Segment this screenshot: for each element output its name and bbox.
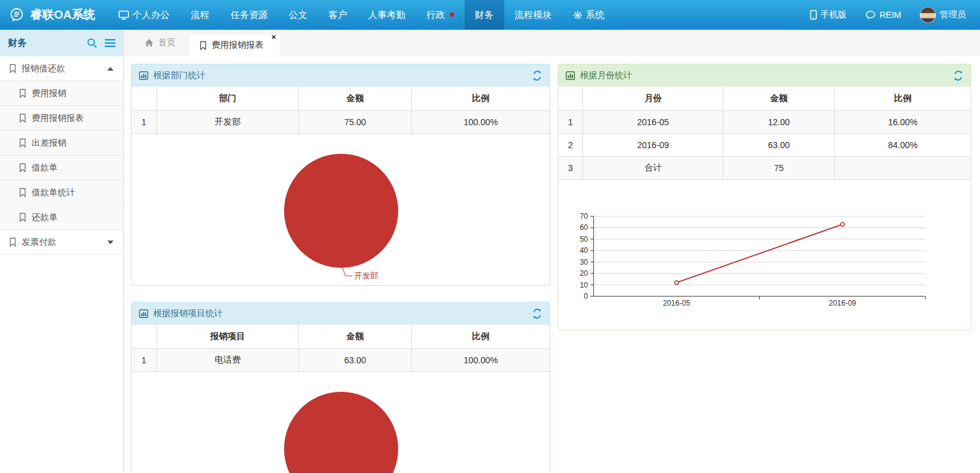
month-table: 月份金额比例12016-0512.0016.00%22016-0963.0084…: [558, 87, 971, 180]
nav-item-customers[interactable]: 客户: [318, 0, 358, 30]
nav-item-label: 个人办公: [133, 9, 170, 21]
panel-title: 根据部门统计: [153, 70, 205, 81]
nav-item-hr-attendance[interactable]: 人事考勤: [358, 0, 416, 30]
tab-expense-claim-report[interactable]: 费用报销报表×: [189, 35, 280, 56]
sidebar-item-repayment-form[interactable]: 还款单: [0, 205, 123, 230]
svg-text:30: 30: [580, 257, 589, 266]
nav-item-admin-user[interactable]: 管理员: [911, 0, 975, 30]
nav-item-label: 手机版: [821, 9, 847, 20]
sidebar-item-invoice-payment-group[interactable]: 发票付款: [0, 230, 123, 255]
main-nav: 个人办公流程任务资源公文客户人事考勤行政财务流程模块系统: [108, 0, 615, 30]
column-header: 报销项目: [156, 325, 298, 348]
sidebar-title: 财务: [8, 37, 27, 49]
column-header: 金额: [723, 87, 835, 110]
nav-item-documents[interactable]: 公文: [278, 0, 318, 30]
svg-text:70: 70: [580, 212, 589, 221]
table-header-row: 月份金额比例: [558, 87, 971, 110]
bookmark-icon: [19, 89, 27, 98]
nav-item-reim[interactable]: REIM: [856, 0, 911, 30]
menu-toggle-icon[interactable]: [105, 38, 115, 48]
sidebar-item-label: 发票付款: [22, 237, 56, 248]
sidebar-item-expense-loan-group[interactable]: 报销借还款: [0, 56, 123, 81]
table-cell: 100.00%: [412, 348, 550, 371]
sidebar-item-label: 借款单: [32, 162, 58, 174]
nav-item-personal-office[interactable]: 个人办公: [108, 0, 180, 30]
notification-dot: [450, 12, 454, 17]
month-line-chart: 0102030405060702016-052016-09: [558, 180, 971, 331]
table-cell: 12.00: [723, 110, 835, 133]
svg-text:0: 0: [584, 292, 588, 301]
table-cell: 2: [558, 133, 583, 156]
item-pie-chart: [131, 372, 550, 473]
refresh-icon[interactable]: [532, 309, 542, 319]
sidebar-item-loan-form[interactable]: 借款单: [0, 156, 123, 180]
nav-item-workflow-module[interactable]: 流程模块: [504, 0, 563, 30]
nav-item-label: 管理员: [940, 9, 966, 20]
nav-item-task-resource[interactable]: 任务资源: [220, 0, 278, 30]
table-cell: 100.00%: [412, 110, 550, 133]
bookmark-icon: [19, 138, 27, 148]
brand[interactable]: 睿联OA系统: [0, 0, 108, 30]
bookmark-icon: [19, 188, 27, 197]
dept-stats-table: 部门金额比例1开发部75.00100.00%: [131, 87, 550, 134]
user-avatar: [920, 7, 936, 23]
nav-item-mobile-version[interactable]: 手机版: [801, 0, 856, 30]
sidebar-item-expense-claim[interactable]: 费用报销: [0, 81, 123, 106]
nav-item-workflow[interactable]: 流程: [180, 0, 220, 30]
column-header: 比例: [835, 87, 971, 110]
table-cell: 3: [558, 156, 583, 179]
bar-chart-icon: [139, 71, 148, 80]
main-content: 首页费用报销报表× 根据部门统计: [125, 30, 980, 473]
desktop-icon: [118, 11, 129, 20]
nav-item-label: 公文: [289, 9, 308, 21]
table-row: 3合计75: [558, 156, 971, 179]
table-cell: 75.00: [299, 110, 412, 133]
table-cell: 63.00: [299, 348, 412, 371]
item-stats-table: 报销项目金额比例1电话费63.00100.00%: [131, 325, 550, 372]
sidebar-item-travel-claim[interactable]: 出差报销: [0, 131, 123, 156]
table-cell: 63.00: [723, 133, 835, 156]
tab-label: 费用报销报表: [212, 40, 264, 51]
table-row: 1电话费63.00100.00%: [131, 348, 550, 371]
bookmark-icon: [19, 213, 27, 222]
panels-area: 根据部门统计 部门金额比例1开发部75.00100.00% 开发部: [125, 56, 980, 473]
bookmark-icon: [19, 113, 27, 123]
nav-item-label: 客户: [329, 9, 347, 21]
sidebar-header: 财务: [0, 30, 123, 56]
sidebar-item-label: 费用报销: [32, 88, 66, 99]
table-cell: 1: [131, 110, 156, 133]
nav-item-label: 人事考勤: [368, 9, 406, 21]
table-cell: 1: [131, 348, 156, 371]
svg-text:2016-09: 2016-09: [829, 299, 856, 307]
column-header: 月份: [583, 87, 723, 110]
bookmark-icon: [9, 64, 17, 73]
svg-text:60: 60: [580, 223, 589, 232]
tab-home[interactable]: 首页: [131, 30, 189, 56]
tab-close-icon[interactable]: ×: [271, 33, 276, 41]
svg-text:2016-05: 2016-05: [663, 299, 690, 307]
refresh-icon[interactable]: [953, 71, 963, 81]
month-stats-table: 月份金额比例12016-0512.0016.00%22016-0963.0084…: [558, 87, 971, 180]
column-header: 比例: [412, 325, 550, 348]
sidebar-item-loan-form-stats[interactable]: 借款单统计: [0, 180, 123, 205]
sidebar-menu: 报销借还款费用报销费用报销报表出差报销借款单借款单统计还款单发票付款: [0, 56, 123, 255]
pie-chart-svg: 开发部: [131, 134, 550, 286]
svg-text:50: 50: [580, 234, 589, 243]
sidebar-item-expense-claim-report[interactable]: 费用报销报表: [0, 106, 123, 131]
brand-title: 睿联OA系统: [30, 7, 96, 23]
nav-item-finance[interactable]: 财务: [465, 0, 504, 30]
panel-month-stats: 根据月份统计 月份金额比例12016-0512.0016.00%22016-09…: [558, 64, 971, 330]
table-cell: 1: [558, 110, 583, 133]
sidebar: 财务 报销借还款费用报销费用报销报表出差报销借款单借款单统计还款单发票付款: [0, 30, 124, 473]
table-cell: 电话费: [156, 348, 298, 371]
tab-bar: 首页费用报销报表×: [125, 30, 980, 56]
nav-item-system[interactable]: 系统: [563, 0, 615, 30]
column-header: 部门: [156, 87, 298, 110]
nav-item-label: 系统: [586, 9, 605, 21]
table-header-row: 报销项目金额比例: [131, 325, 550, 348]
search-icon[interactable]: [87, 38, 97, 48]
refresh-icon[interactable]: [532, 71, 542, 81]
dept-pie-chart: 开发部: [131, 134, 550, 286]
nav-item-admin[interactable]: 行政: [416, 0, 465, 30]
column-header: 比例: [412, 87, 550, 110]
